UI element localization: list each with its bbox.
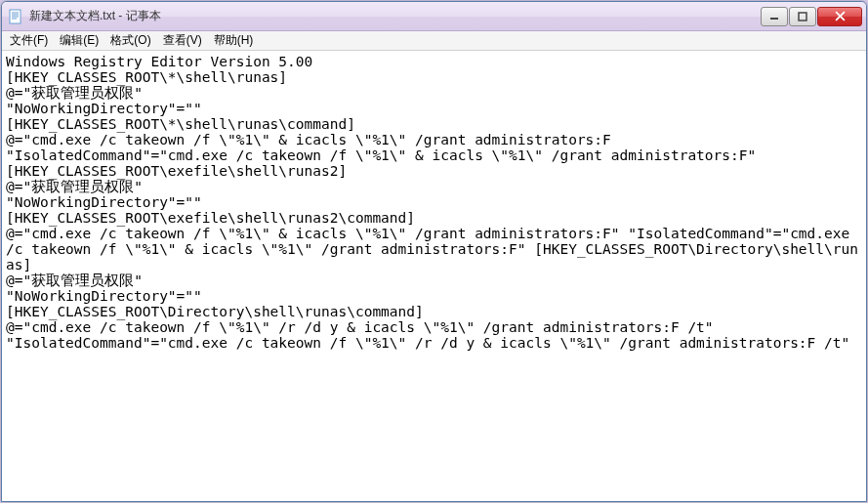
- close-button[interactable]: [817, 7, 862, 26]
- svg-rect-6: [799, 13, 806, 21]
- menu-view[interactable]: 查看(V): [157, 30, 208, 51]
- notepad-icon: [8, 9, 23, 24]
- titlebar[interactable]: 新建文本文档.txt - 记事本: [2, 2, 866, 31]
- menubar: 文件(F) 编辑(E) 格式(O) 查看(V) 帮助(H): [2, 31, 866, 51]
- svg-rect-5: [770, 18, 778, 20]
- menu-format[interactable]: 格式(O): [104, 30, 156, 51]
- maximize-button[interactable]: [789, 7, 816, 26]
- menu-help[interactable]: 帮助(H): [208, 30, 260, 51]
- window-controls: [761, 7, 862, 26]
- menu-file[interactable]: 文件(F): [4, 30, 54, 51]
- notepad-window: 新建文本文档.txt - 记事本 文件(F) 编辑(E) 格式(O) 查看(V)…: [1, 1, 867, 502]
- text-area[interactable]: Windows Registry Editor Version 5.00 [HK…: [2, 51, 866, 501]
- menu-edit[interactable]: 编辑(E): [54, 30, 104, 51]
- minimize-button[interactable]: [761, 7, 788, 26]
- window-title: 新建文本文档.txt - 记事本: [29, 8, 761, 24]
